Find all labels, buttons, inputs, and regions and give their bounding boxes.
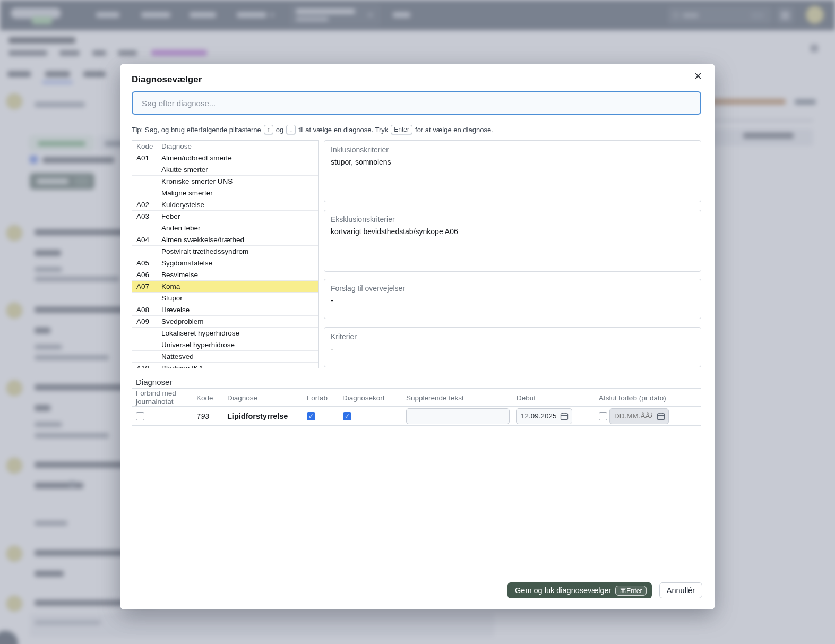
tip-part2: til at vælge en diagnose. Tryk (298, 126, 388, 134)
diagnosis-row[interactable]: Anden feber (132, 222, 318, 234)
diagnosis-row-selected[interactable]: A07Koma (132, 281, 318, 293)
close-icon[interactable]: ✕ (692, 70, 704, 83)
diagnoser-table: Forbind med journalnotat Kode Diagnose F… (132, 388, 701, 426)
afslut-checkbox[interactable] (599, 412, 607, 420)
diagnosis-row[interactable]: Nattesved (132, 351, 318, 363)
tip-part1: Tip: Søg, og brug efterfølgende piltaste… (132, 126, 261, 134)
diagnoser-section-title: Diagnoser (136, 377, 172, 387)
col-debut: Debut (517, 393, 536, 401)
diagnosis-search-input[interactable] (132, 91, 701, 115)
diagnosekort-checkbox[interactable]: ✓ (343, 412, 351, 420)
diagnosis-row[interactable]: A08Hævelse (132, 304, 318, 316)
suggestions-content: - (331, 296, 694, 305)
supplerende-tekst-input[interactable] (406, 408, 510, 424)
tip-text: Tip: Søg, og brug efterfølgende piltaste… (132, 125, 493, 134)
diagnosis-row[interactable]: A01Almen/udbredt smerte (132, 152, 318, 164)
col-afslut: Afslut forløb (pr dato) (599, 393, 666, 401)
debut-date-input[interactable] (517, 409, 560, 424)
diagnosis-row[interactable]: A03Feber (132, 211, 318, 222)
diagnosis-row[interactable]: Postviralt træthedssyndrom (132, 246, 318, 257)
suggestions-label: Forslag til overvejelser (331, 284, 694, 293)
diagnosis-row[interactable]: Universel hyperhidrose (132, 339, 318, 351)
diagnosis-row[interactable]: Akutte smerter (132, 164, 318, 176)
forlob-checkbox[interactable]: ✓ (307, 412, 315, 420)
arrow-up-key-icon: ↑ (264, 125, 273, 134)
col-kode: Kode (196, 393, 213, 401)
exclusion-criteria-panel: Eksklusionskriterier kortvarigt bevidsth… (324, 210, 701, 272)
tip-part3: for at vælge en diagnose. (415, 126, 493, 134)
suggestions-panel: Forslag til overvejelser - (324, 279, 701, 319)
diagnosis-list: Kode Diagnose A01Almen/udbredt smerte Ak… (132, 140, 319, 368)
criteria-label: Kriterier (331, 332, 694, 341)
diagnosis-row[interactable]: A06Besvimelse (132, 269, 318, 281)
diagnosis-row[interactable]: A09Svedproblem (132, 316, 318, 328)
col-diagnose: Diagnose (227, 393, 257, 401)
calendar-icon (560, 412, 569, 420)
diagnosis-row[interactable]: Maligne smerter (132, 187, 318, 199)
save-button[interactable]: Gem og luk diagnosevælger ⌘Enter (507, 582, 652, 598)
afslut-date-field[interactable] (609, 408, 669, 424)
enter-key-icon: Enter (391, 125, 412, 134)
col-diagnosekort: Diagnosekort (342, 393, 385, 401)
inclusion-criteria-panel: Inklusionskriterier stupor, somnolens (324, 140, 701, 202)
save-shortcut-badge: ⌘Enter (615, 586, 646, 596)
modal-title: Diagnosevælger (132, 74, 202, 85)
diagnosis-row[interactable]: A04Almen svækkelse/træthed (132, 234, 318, 246)
afslut-date-input[interactable] (610, 409, 657, 424)
tip-and: og (276, 126, 283, 134)
diagnosis-row[interactable]: A10Blødning IKA (132, 363, 318, 368)
exclusion-content: kortvarigt bevidsthedstab/synkope A06 (331, 227, 694, 236)
diagnosis-selector-modal: Diagnosevælger ✕ Tip: Søg, og brug efter… (120, 64, 715, 609)
arrow-down-key-icon: ↓ (286, 125, 296, 134)
col-kode: Kode (132, 142, 161, 150)
diagnoser-row: T93 Lipidforstyrrelse ✓ ✓ (132, 407, 701, 426)
diagnosis-list-header: Kode Diagnose (132, 141, 318, 152)
diagnosis-name: Lipidforstyrrelse (227, 412, 288, 420)
debut-date-field[interactable] (516, 408, 572, 424)
inclusion-content: stupor, somnolens (331, 158, 694, 166)
exclusion-label: Eksklusionskriterier (331, 215, 694, 224)
col-forlob: Forløb (307, 393, 328, 401)
col-forbind: Forbind med journalnotat (136, 389, 189, 406)
diagnosis-row[interactable]: Stupor (132, 293, 318, 304)
calendar-icon (657, 412, 665, 420)
save-button-label: Gem og luk diagnosevælger (515, 586, 611, 595)
cancel-button[interactable]: Annullér (659, 582, 702, 598)
col-supplerende: Supplerende tekst (406, 393, 464, 401)
col-diagnose: Diagnose (161, 142, 192, 150)
connect-checkbox[interactable] (136, 412, 144, 420)
diagnoser-table-header: Forbind med journalnotat Kode Diagnose F… (132, 388, 701, 407)
criteria-content: - (331, 345, 694, 353)
diagnosis-row[interactable]: Kroniske smerter UNS (132, 176, 318, 187)
diagnosis-code: T93 (196, 412, 209, 420)
inclusion-label: Inklusionskriterier (331, 145, 694, 154)
criteria-panel: Kriterier - (324, 327, 701, 367)
diagnosis-row[interactable]: A02Kulderystelse (132, 199, 318, 211)
diagnosis-row[interactable]: Lokaliseret hyperhidrose (132, 328, 318, 339)
diagnosis-row[interactable]: A05Sygdomsfølelse (132, 257, 318, 269)
